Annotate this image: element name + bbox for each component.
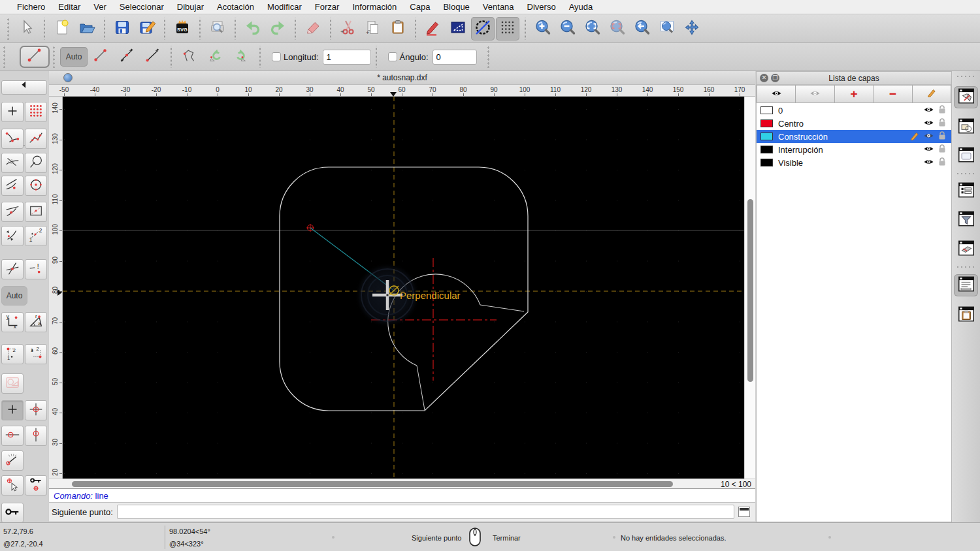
layer-lock-icon[interactable] xyxy=(938,118,946,129)
menu-ayuda[interactable]: Ayuda xyxy=(563,0,600,14)
snap-break-button[interactable]: ! xyxy=(25,259,47,279)
restrict-area-button[interactable] xyxy=(25,202,47,222)
copy-button[interactable]: + xyxy=(361,17,385,40)
snap-free-button[interactable] xyxy=(1,102,24,122)
line-two-points-button[interactable] xyxy=(88,47,114,67)
layer-visibility-icon[interactable] xyxy=(923,119,934,129)
layer-row-visible[interactable]: Visible xyxy=(757,156,951,169)
redo-button[interactable] xyxy=(266,17,289,40)
undo-button[interactable] xyxy=(241,17,265,40)
longitud-input[interactable] xyxy=(323,50,371,65)
auto-line-button[interactable]: Auto xyxy=(60,47,88,67)
print-preview-button[interactable] xyxy=(206,17,229,40)
horizontal-scrollbar-thumb[interactable] xyxy=(72,481,673,487)
new-document-button[interactable] xyxy=(50,17,74,40)
line-horizontal-button[interactable] xyxy=(140,47,166,67)
lock-relative-zero-button[interactable] xyxy=(25,475,47,496)
menu-editar[interactable]: Editar xyxy=(52,0,87,14)
angle-gauge-button[interactable] xyxy=(1,450,24,471)
coordinate-polar-button[interactable]: ra xyxy=(25,312,47,332)
selection-pointer-button[interactable] xyxy=(15,17,39,40)
zoom-auto-button[interactable] xyxy=(581,17,604,40)
snap-intersection-auto-button[interactable] xyxy=(1,153,24,173)
vertical-scrollbar[interactable] xyxy=(744,97,755,479)
snap-on-entity-button[interactable] xyxy=(25,129,47,149)
edit-layer-button[interactable] xyxy=(913,85,951,103)
polyline-button[interactable] xyxy=(176,47,203,67)
menu-ventana[interactable]: Ventana xyxy=(476,0,521,14)
zoom-in-button[interactable] xyxy=(531,17,555,40)
paste-button[interactable] xyxy=(386,17,410,40)
restrict-orthogonal-button[interactable] xyxy=(25,400,47,420)
layer-row-interrupcion[interactable]: Interrupción xyxy=(757,143,951,156)
angulo-checkbox[interactable] xyxy=(388,52,397,61)
layer-visibility-icon[interactable] xyxy=(923,145,934,155)
menu-diverso[interactable]: Diverso xyxy=(521,0,563,14)
snap-intersection-arrows-button[interactable] xyxy=(1,226,24,246)
select-point-button[interactable] xyxy=(1,475,24,496)
draw-pen-button[interactable] xyxy=(421,17,445,40)
menu-informacion[interactable]: Información xyxy=(346,0,403,14)
snap-distance-button[interactable] xyxy=(1,176,24,196)
export-svg-button[interactable]: SVG xyxy=(171,17,194,40)
snap-distance-points-button[interactable]: 12 xyxy=(25,226,47,246)
current-tool-line-button[interactable] xyxy=(20,46,50,68)
menu-modificar[interactable]: Modificar xyxy=(261,0,308,14)
restrict-nothing-button[interactable] xyxy=(1,373,24,394)
save-file-button[interactable] xyxy=(110,17,134,40)
snap-tangent-button[interactable] xyxy=(25,153,47,173)
show-all-layers-button[interactable] xyxy=(757,85,796,103)
dock-pen-palette-button[interactable] xyxy=(954,238,978,260)
dock-block-list-button[interactable] xyxy=(954,116,978,138)
remove-layer-button[interactable]: − xyxy=(874,85,912,103)
dock-entity-list-button[interactable] xyxy=(954,180,978,202)
selection-mode-button[interactable] xyxy=(446,17,470,40)
menu-dibujar[interactable]: Dibujar xyxy=(171,0,210,14)
vertical-scrollbar-thumb[interactable] xyxy=(747,199,753,382)
snap-middle-button[interactable] xyxy=(1,202,24,222)
dock-layer-list-button[interactable] xyxy=(954,86,978,108)
snap-back-button[interactable] xyxy=(1,80,47,95)
delete-entities-button[interactable] xyxy=(301,17,325,40)
command-input[interactable] xyxy=(117,505,734,519)
horizontal-scrollbar[interactable]: 10 < 100 xyxy=(49,479,755,488)
menu-seleccionar[interactable]: Seleccionar xyxy=(113,0,171,14)
layer-row-construccion[interactable]: Construcción xyxy=(757,130,951,143)
menu-acotacion[interactable]: Acotación xyxy=(210,0,261,14)
zoom-pan-button[interactable] xyxy=(680,17,704,40)
zoom-window-button[interactable] xyxy=(655,17,679,40)
zoom-previous-button[interactable] xyxy=(630,17,654,40)
grid-toggle-button[interactable] xyxy=(496,17,519,40)
restrict-horizontal-button[interactable] xyxy=(1,426,24,446)
layer-edit-icon[interactable] xyxy=(910,131,919,142)
relative-zero-lock-button[interactable] xyxy=(1,503,24,523)
line-angle-button[interactable] xyxy=(114,47,140,67)
open-file-button[interactable] xyxy=(75,17,99,40)
zoom-selected-button[interactable] xyxy=(606,17,629,40)
snap-center-button[interactable] xyxy=(25,176,47,196)
snap-grid-button[interactable] xyxy=(25,102,47,122)
menu-bloque[interactable]: Bloque xyxy=(436,0,476,14)
menu-ver[interactable]: Ver xyxy=(87,0,113,14)
angulo-input[interactable] xyxy=(433,50,477,65)
construction-mode-button[interactable] xyxy=(471,17,495,40)
layer-lock-icon[interactable] xyxy=(938,144,946,155)
layer-lock-icon[interactable] xyxy=(938,131,946,142)
command-options-button[interactable] xyxy=(738,507,750,517)
relative-corner-1-button[interactable]: 21 xyxy=(1,344,24,364)
menu-capa[interactable]: Capa xyxy=(403,0,436,14)
restrict-vertical-button[interactable] xyxy=(25,426,47,446)
snap-auto-button[interactable]: Auto xyxy=(1,286,27,306)
dock-layer-filter-button[interactable] xyxy=(954,209,978,231)
menu-fichero[interactable]: Fichero xyxy=(10,0,52,14)
drawing-canvas[interactable]: Perpendicular xyxy=(63,97,744,479)
layer-row-0[interactable]: 0 xyxy=(757,104,951,117)
menu-forzar[interactable]: Forzar xyxy=(308,0,346,14)
restrict-free-button[interactable] xyxy=(1,400,24,420)
dock-clipboard-button[interactable] xyxy=(954,304,978,326)
snap-endpoints-button[interactable] xyxy=(1,129,24,149)
relative-corner-2-button[interactable]: 12 xyxy=(25,344,47,364)
dock-command-line-button[interactable] xyxy=(954,274,978,296)
layer-row-centro[interactable]: Centro xyxy=(757,117,951,130)
add-layer-button[interactable]: + xyxy=(835,85,874,103)
